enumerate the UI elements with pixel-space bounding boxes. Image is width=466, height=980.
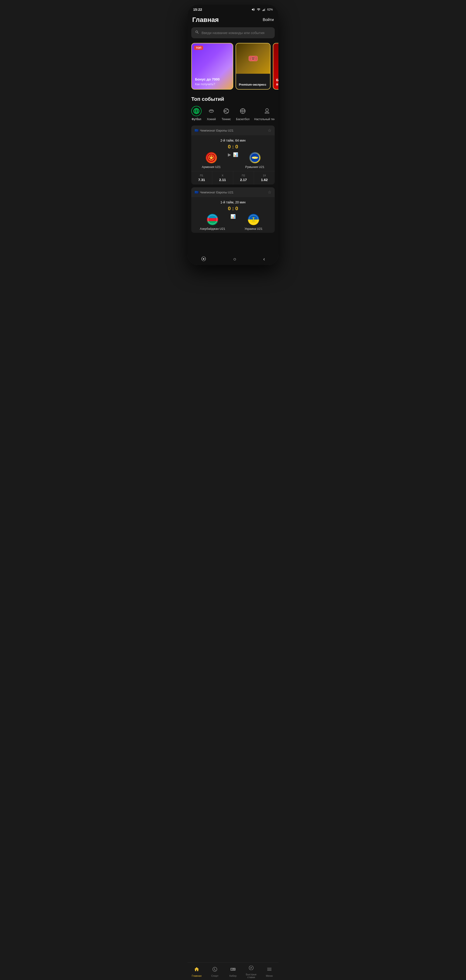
- eu-flag-icon-2: 🇪🇺: [195, 190, 198, 194]
- sport-tab-hockey[interactable]: Хоккей: [206, 106, 216, 121]
- tennis-icon: [221, 106, 231, 116]
- page-title: Главная: [192, 16, 219, 24]
- basketball-icon: [238, 106, 248, 116]
- recent-apps-button[interactable]: ⦿: [201, 256, 206, 262]
- match-favorite-2[interactable]: ☆: [268, 190, 271, 195]
- promo-express-image: 🎟️: [236, 43, 270, 74]
- sport-tabs: Футбол Хоккей: [191, 106, 275, 122]
- promo-badge-top: ТОП: [194, 46, 203, 50]
- mute-icon: [251, 8, 255, 11]
- match-league-1: 🇪🇺 Чемпионат Европы U21: [195, 129, 233, 132]
- odd-label-p1: П1: [193, 174, 210, 177]
- login-button[interactable]: Войти: [263, 18, 274, 22]
- battery-text: 62%: [267, 8, 273, 11]
- match-score-2: 0 : 0: [195, 205, 271, 212]
- armenia-crest: [207, 153, 216, 162]
- stats-icon-1[interactable]: 📊: [233, 152, 238, 157]
- odds-row-1: П1 7.31 Х 2.11 П2 2.17 1Х 1.62: [191, 171, 275, 185]
- ukraine-crest: [249, 215, 258, 224]
- team2-logo-match1: ROU: [249, 152, 260, 163]
- stats-icon-2[interactable]: 📊: [230, 214, 236, 219]
- svg-rect-15: [208, 215, 217, 218]
- home-button[interactable]: ○: [233, 256, 236, 262]
- team1-name-match2: Азербайджан U21: [200, 227, 225, 231]
- hockey-icon: [206, 106, 216, 116]
- match-favorite-1[interactable]: ☆: [268, 128, 271, 133]
- football-icon: [191, 106, 201, 116]
- odd-value-p2: 2.17: [235, 178, 252, 182]
- promo-section: ТОП Бонус до 7000 Как получить? 🎟️ Premi…: [187, 43, 279, 89]
- match-center-2: 📊: [230, 214, 236, 222]
- match-time-1: 2-й тайм, 64 мин: [195, 138, 271, 142]
- odd-p1-match1[interactable]: П1 7.31: [191, 171, 212, 185]
- team1-logo-match2: [207, 214, 218, 225]
- system-nav: ⦿ ○ ‹: [187, 254, 279, 265]
- sport-tab-tennis-label: Теннис: [222, 118, 231, 121]
- back-button[interactable]: ‹: [263, 256, 265, 262]
- team1-match1: Армения U21: [195, 152, 228, 169]
- video-icon-1[interactable]: ▶: [228, 152, 231, 157]
- match-teams-1: Армения U21 ▶ 📊: [195, 152, 271, 169]
- odd-label-p2: П2: [235, 174, 252, 177]
- match-header-2: 🇪🇺 Чемпионат Европы U21 ☆: [191, 187, 275, 197]
- svg-rect-2: [264, 9, 265, 11]
- tabletennis-icon: [262, 106, 272, 116]
- top-events-title: Топ событий: [191, 96, 275, 102]
- promo-card-bigwins[interactable]: ⚽ Большие выигрыши: [273, 43, 279, 89]
- match-media-icons-2: 📊: [230, 214, 236, 219]
- team2-match1: ROU Румыния U21: [238, 152, 271, 169]
- odd-1x-match1[interactable]: 1Х 1.62: [254, 171, 275, 185]
- odd-value-x: 2.11: [214, 178, 231, 182]
- sport-tab-tabletennis-label: Настольный теннис: [254, 118, 275, 121]
- status-bar: 15:22 62%: [187, 5, 279, 13]
- svg-text:ROU: ROU: [252, 156, 257, 159]
- wifi-icon: [257, 8, 261, 11]
- sport-tab-tennis[interactable]: Теннис: [221, 106, 231, 121]
- azerbaijan-crest: [208, 215, 217, 224]
- odd-x-match1[interactable]: Х 2.11: [212, 171, 233, 185]
- match-center-1: ▶ 📊: [228, 152, 238, 160]
- team2-logo-match2: [248, 214, 259, 225]
- odd-value-1x: 1.62: [256, 178, 273, 182]
- search-icon: [195, 30, 199, 35]
- sport-tab-hockey-label: Хоккей: [207, 118, 216, 121]
- svg-rect-1: [263, 10, 264, 11]
- odd-label-1x: 1Х: [256, 174, 273, 177]
- header: Главная Войти: [187, 13, 279, 27]
- svg-rect-0: [262, 10, 263, 11]
- svg-rect-16: [208, 218, 217, 221]
- top-events-section: Топ событий Футбол: [187, 96, 279, 233]
- sport-tab-tabletennis[interactable]: Настольный теннис: [254, 106, 275, 121]
- sport-tab-basketball[interactable]: Баскетбол: [236, 106, 250, 121]
- app-content: Главная Войти ТОП Бонус до 7000 Как полу…: [187, 13, 279, 254]
- promo-card-bonus[interactable]: ТОП Бонус до 7000 Как получить?: [191, 43, 233, 89]
- match-media-icons-1: ▶ 📊: [228, 152, 238, 157]
- sport-tab-football-label: Футбол: [192, 118, 201, 121]
- promo-card-express[interactable]: 🎟️ Premium-экспресс: [236, 43, 271, 89]
- odd-p2-match1[interactable]: П2 2.17: [233, 171, 254, 185]
- team1-logo-match1: [206, 152, 217, 163]
- odd-label-x: Х: [214, 174, 231, 177]
- romania-crest: ROU: [250, 153, 260, 162]
- match-header-1: 🇪🇺 Чемпионат Европы U21 ☆: [191, 126, 275, 135]
- match-body-1: 2-й тайм, 64 мин 0 : 0 Армения: [191, 135, 275, 169]
- svg-rect-3: [265, 8, 265, 11]
- signal-icon: [262, 8, 266, 11]
- promo-bonus-sub: Как получить?: [195, 82, 230, 86]
- status-time: 15:22: [193, 8, 202, 11]
- search-bar[interactable]: [191, 27, 275, 38]
- status-icons: 62%: [251, 8, 273, 11]
- sport-tab-basketball-label: Баскетбол: [236, 118, 250, 121]
- team2-match2: Украина U21: [236, 214, 271, 231]
- team2-name-match2: Украина U21: [245, 227, 263, 231]
- promo-express-title: Premium-экспресс: [239, 83, 267, 86]
- match-card-2: 🇪🇺 Чемпионат Европы U21 ☆ 1-й тайм, 20 м…: [191, 187, 275, 233]
- match-body-2: 1-й тайм, 20 мин 0 : 0: [191, 197, 275, 231]
- search-input[interactable]: [201, 31, 271, 35]
- sport-tab-football[interactable]: Футбол: [191, 106, 201, 121]
- svg-point-8: [266, 109, 268, 111]
- match-league-2: 🇪🇺 Чемпионат Европы U21: [195, 190, 233, 194]
- promo-big-title: Большие выигрыши: [276, 78, 279, 86]
- search-container: [191, 27, 275, 38]
- svg-point-6: [224, 109, 229, 114]
